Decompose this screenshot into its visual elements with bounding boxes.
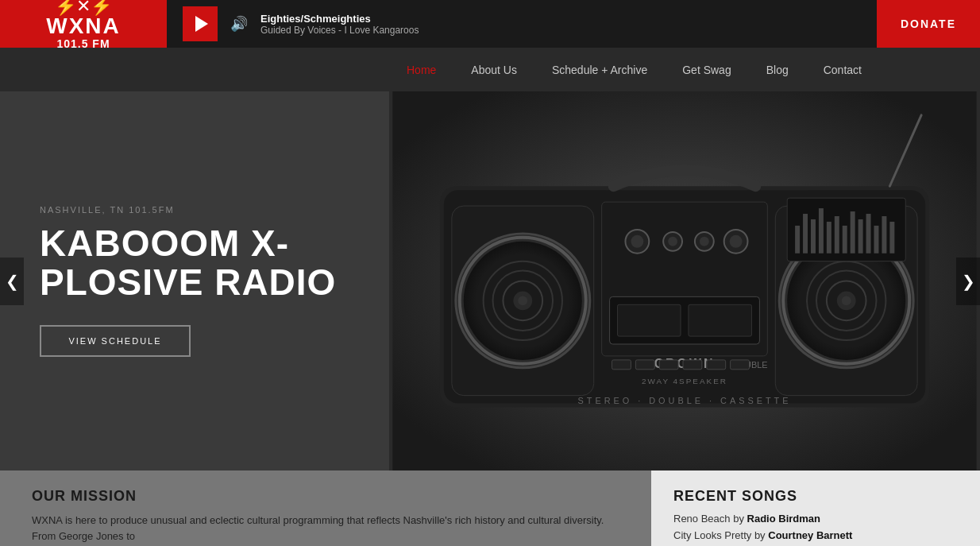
svg-rect-38 xyxy=(803,214,808,254)
mission-text: WXNA is here to produce unusual and ecle… xyxy=(32,513,619,544)
svg-text:STEREO · DOUBLE · CASSETTE: STEREO · DOUBLE · CASSETTE xyxy=(577,396,791,405)
svg-rect-47 xyxy=(874,226,879,254)
svg-rect-40 xyxy=(819,208,824,254)
top-bar: ⚡✕⚡ WXNA 101.5 FM 🔊 Eighties/Schmeightie… xyxy=(0,0,980,48)
track-artist: Guided By Voices - I Love Kangaroos xyxy=(260,25,419,36)
logo-frequency: 101.5 FM xyxy=(46,37,121,50)
logo-station-name: WXNA xyxy=(46,15,121,37)
svg-point-29 xyxy=(631,235,643,248)
nav-item-swag[interactable]: Get Swag xyxy=(665,48,748,91)
svg-rect-48 xyxy=(882,216,886,254)
hero-section: ❮ NASHVILLE, TN 101.5FM KABOOOM X-PLOSIV… xyxy=(0,91,980,470)
nav-item-blog[interactable]: Blog xyxy=(749,48,806,91)
svg-rect-26 xyxy=(618,304,681,336)
hero-text-area: NASHVILLE, TN 101.5FM KABOOOM X-PLOSIVE … xyxy=(0,91,389,470)
recent-songs-area: RECENT SONGS Reno Beach by Radio Birdman… xyxy=(651,470,980,546)
song-title: Reno Beach xyxy=(673,513,731,525)
svg-rect-58 xyxy=(707,360,726,370)
svg-rect-57 xyxy=(683,360,702,370)
player-area: 🔊 Eighties/Schmeighties Guided By Voices… xyxy=(167,0,877,48)
svg-rect-55 xyxy=(635,360,654,370)
view-schedule-button[interactable]: VIEW SCHEDULE xyxy=(40,325,191,357)
svg-point-35 xyxy=(730,235,743,248)
nav-item-contact[interactable]: Contact xyxy=(806,48,879,91)
svg-rect-49 xyxy=(889,222,894,254)
svg-rect-56 xyxy=(659,360,678,370)
hero-title: KABOOOM X-PLOSIVE RADIO xyxy=(40,224,357,301)
hero-image: CROWN DOUBLE 2WAY 4SPEAKER STEREO · DOUB… xyxy=(389,91,980,470)
hero-location: NASHVILLE, TN 101.5FM xyxy=(40,205,357,215)
svg-rect-41 xyxy=(827,222,831,254)
svg-point-33 xyxy=(700,237,709,246)
svg-point-31 xyxy=(668,237,677,246)
bottom-section: OUR MISSION WXNA is here to produce unus… xyxy=(0,470,980,546)
svg-point-22 xyxy=(842,296,851,305)
boombox-image: CROWN DOUBLE 2WAY 4SPEAKER STEREO · DOUB… xyxy=(389,91,980,470)
svg-rect-37 xyxy=(795,226,800,254)
svg-rect-27 xyxy=(689,304,752,336)
mission-area: OUR MISSION WXNA is here to produce unus… xyxy=(0,470,651,546)
svg-text:2WAY 4SPEAKER: 2WAY 4SPEAKER xyxy=(642,377,727,385)
donate-button[interactable]: DONATE xyxy=(877,0,980,48)
song-item-2: City Looks Pretty by Courtney Barnett xyxy=(673,529,958,541)
svg-rect-59 xyxy=(731,360,750,370)
nav-item-home[interactable]: Home xyxy=(389,48,453,91)
song-artist: Courtney Barnett xyxy=(768,529,852,541)
nav-item-about[interactable]: About Us xyxy=(453,48,534,91)
svg-rect-42 xyxy=(835,216,839,254)
chevron-right-icon: ❯ xyxy=(962,272,975,291)
svg-point-12 xyxy=(518,296,527,305)
chevron-left-icon: ❮ xyxy=(6,272,19,291)
hero-prev-arrow[interactable]: ❮ xyxy=(0,258,24,305)
svg-rect-44 xyxy=(851,211,855,254)
song-item-1: Reno Beach by Radio Birdman xyxy=(673,513,958,525)
volume-icon[interactable]: 🔊 xyxy=(230,15,248,33)
track-info: Eighties/Schmeighties Guided By Voices -… xyxy=(260,13,419,36)
recent-songs-title: RECENT SONGS xyxy=(673,488,958,505)
nav-bar: Home About Us Schedule + Archive Get Swa… xyxy=(0,48,980,91)
mission-title: OUR MISSION xyxy=(32,488,619,505)
song-by: by xyxy=(733,513,744,525)
nav-item-schedule[interactable]: Schedule + Archive xyxy=(534,48,665,91)
logo: ⚡✕⚡ WXNA 101.5 FM xyxy=(46,0,121,50)
svg-rect-54 xyxy=(612,360,631,370)
svg-rect-45 xyxy=(858,219,863,254)
song-artist: Radio Birdman xyxy=(747,513,820,525)
svg-rect-43 xyxy=(843,226,847,254)
svg-rect-39 xyxy=(811,219,816,254)
play-button[interactable] xyxy=(183,6,218,41)
logo-area[interactable]: ⚡✕⚡ WXNA 101.5 FM xyxy=(0,0,167,48)
song-by: by xyxy=(754,529,766,541)
hero-next-arrow[interactable]: ❯ xyxy=(956,258,980,305)
track-show: Eighties/Schmeighties xyxy=(260,13,419,25)
svg-rect-46 xyxy=(866,214,871,254)
song-title: City Looks Pretty xyxy=(673,529,751,541)
